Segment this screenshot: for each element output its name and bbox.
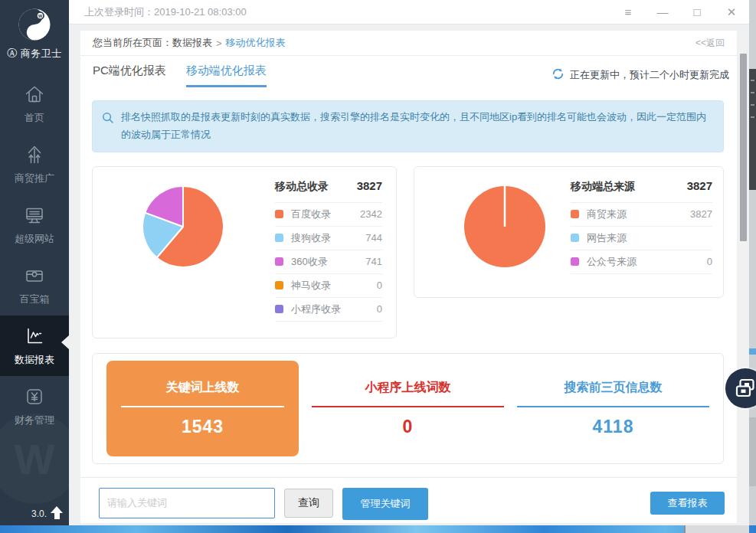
bottom-action-bar: 查询 管理关键词 查看报表: [80, 477, 737, 520]
legend-value: 0: [377, 280, 382, 291]
qr-code-icon: [734, 377, 756, 400]
tab-pc-report[interactable]: PC端优化报表: [93, 64, 166, 87]
tabs-row: PC端优化报表 移动端优化报表 正在更新中，预计二个小时更新完成: [80, 56, 737, 90]
website-icon: [23, 204, 46, 227]
legend-color-swatch: [571, 210, 579, 218]
version-upgrade[interactable]: 3.0.: [31, 506, 63, 519]
update-status-text: 正在更新中，预计二个小时更新完成: [570, 68, 729, 82]
stat-label: 搜索前三页信息数: [565, 380, 663, 396]
legend-value: 744: [365, 232, 382, 244]
legend-value: 3827: [690, 208, 712, 220]
content-panel: 您当前所在页面：数据报表 > 移动优化报表 <<返回 PC端优化报表 移动端优化…: [80, 31, 737, 523]
maximize-button[interactable]: □: [690, 5, 704, 19]
search-icon: [102, 112, 114, 124]
legend-item: 360收录741: [275, 250, 382, 274]
sidebar-item-label: 首页: [25, 111, 44, 125]
chart-total: 3827: [687, 179, 712, 192]
legend-value: 741: [365, 256, 382, 267]
card-mobile-sources: 移动端总来源3827商贸来源3827网告来源公众号来源0: [414, 166, 724, 298]
query-button[interactable]: 查询: [284, 489, 333, 518]
stat-value: 4118: [593, 417, 634, 437]
refresh-icon: [551, 67, 565, 83]
background-gray-block: [749, 417, 756, 486]
legend-header: 移动端总来源3827: [571, 167, 712, 203]
brand: w Ⓐ 商务卫士: [0, 0, 69, 74]
promotion-icon: [23, 143, 46, 166]
stat-divider: [312, 406, 504, 407]
legend-item: 小程序收录0: [275, 298, 382, 322]
stat-label: 关键词上线数: [166, 380, 240, 396]
legend-label: 360收录: [291, 255, 328, 269]
brand-badge-icon: Ⓐ: [7, 47, 18, 59]
app-logo-icon: w: [17, 31, 52, 44]
legend-label: 公众号来源: [587, 255, 637, 269]
update-status: 正在更新中，预计二个小时更新完成: [551, 67, 729, 83]
brand-name: Ⓐ 商务卫士: [0, 47, 69, 60]
chart-cards-row: 移动总收录3827百度收录2342搜狗收录744360收录741神马收录0小程序…: [92, 166, 724, 338]
scrollbar-track[interactable]: [740, 31, 747, 523]
legend-item: 搜狗收录744: [275, 227, 382, 250]
sidebar-item-website[interactable]: 超级网站: [0, 195, 69, 255]
manage-keywords-button[interactable]: 管理关键词: [342, 488, 428, 520]
chart-title: 移动总收录: [275, 180, 329, 194]
legend-label: 百度收录: [291, 208, 331, 221]
tab-mobile-report[interactable]: 移动端优化报表: [186, 64, 267, 87]
stat-highlight-box: 关键词上线数1543: [106, 361, 299, 456]
sidebar-item-label: 数据报表: [15, 353, 54, 367]
notice-banner: 排名快照抓取的是报表更新时刻的真实数据，搜索引擎的排名是实时变化的，且不同地区i…: [92, 100, 724, 152]
legend-item: 神马收录0: [275, 274, 382, 298]
legend-label: 网告来源: [587, 231, 627, 245]
window-controls: ≡—□✕: [621, 5, 738, 19]
legend-item: 百度收录2342: [275, 203, 382, 227]
notice-text: 排名快照抓取的是报表更新时刻的真实数据，搜索引擎的排名是实时变化的，且不同地区i…: [121, 109, 712, 144]
app-window: w Ⓐ 商务卫士 首页商贸推广超级网站百宝箱数据报表财务管理 W 3.0. 上次…: [0, 0, 749, 525]
stat-top3-info: 搜索前三页信息数4118: [517, 361, 709, 456]
breadcrumb-prefix: 您当前所在页面：数据报表: [93, 36, 212, 50]
minimize-button[interactable]: —: [656, 5, 669, 19]
menu-button[interactable]: ≡: [621, 5, 635, 19]
sidebar-item-promotion[interactable]: 商贸推广: [0, 134, 69, 195]
close-button[interactable]: ✕: [725, 5, 738, 19]
last-login-text: 上次登录时间：2019-10-21 08:03:00: [84, 5, 247, 19]
breadcrumb-separator: >: [216, 38, 222, 49]
upgrade-arrow-icon: [51, 506, 63, 519]
stats-card: 关键词上线数1543小程序上线词数0搜索前三页信息数4118: [92, 353, 724, 464]
breadcrumb: 您当前所在页面：数据报表 > 移动优化报表 <<返回: [80, 31, 737, 56]
legend-color-swatch: [571, 257, 579, 266]
version-label: 3.0.: [31, 508, 47, 519]
legend-value: 0: [707, 256, 712, 267]
keyword-input[interactable]: [99, 488, 275, 518]
legend-item: 公众号来源0: [571, 250, 712, 274]
sidebar-item-finance[interactable]: 财务管理: [0, 376, 69, 437]
svg-text:w: w: [38, 13, 43, 18]
legend-header: 移动总收录3827: [275, 167, 382, 203]
main-area: 上次登录时间：2019-10-21 08:03:00 ≡—□✕ 您当前所在页面：…: [69, 0, 749, 525]
legend-color-swatch: [275, 234, 283, 242]
back-link[interactable]: <<返回: [695, 37, 725, 50]
sidebar-item-toolbox[interactable]: 百宝箱: [0, 255, 69, 316]
legend-color-swatch: [571, 234, 579, 242]
sidebar-item-home[interactable]: 首页: [0, 74, 69, 134]
background-blue-sliver: [749, 348, 756, 355]
chart-total: 3827: [357, 179, 382, 192]
sidebar-item-label: 百宝箱: [20, 293, 50, 306]
chart-title: 移动端总来源: [571, 180, 635, 194]
chart-legend: 移动总收录3827百度收录2342搜狗收录744360收录741神马收录0小程序…: [275, 167, 382, 338]
pie-slot: [140, 184, 226, 338]
background-dark-panel: [749, 69, 756, 190]
titlebar: 上次登录时间：2019-10-21 08:03:00 ≡—□✕: [69, 0, 749, 25]
legend-label: 神马收录: [291, 279, 331, 293]
stat-miniprogram-words: 小程序上线词数0: [312, 361, 504, 456]
scrollbar-thumb[interactable]: [740, 54, 747, 241]
legend-color-swatch: [275, 305, 283, 313]
legend-value: 2342: [360, 208, 382, 220]
toolbox-icon: [23, 264, 46, 287]
sidebar-item-reports[interactable]: 数据报表: [0, 316, 69, 376]
pie-slot: [462, 184, 548, 297]
breadcrumb-current-link[interactable]: 移动优化报表: [226, 36, 286, 50]
view-report-button[interactable]: 查看报表: [650, 492, 725, 515]
stat-keywords-online: 关键词上线数1543: [106, 361, 299, 456]
card-mobile-included: 移动总收录3827百度收录2342搜狗收录744360收录741神马收录0小程序…: [92, 166, 397, 338]
pie-chart: [140, 184, 226, 270]
legend-color-swatch: [275, 257, 283, 266]
